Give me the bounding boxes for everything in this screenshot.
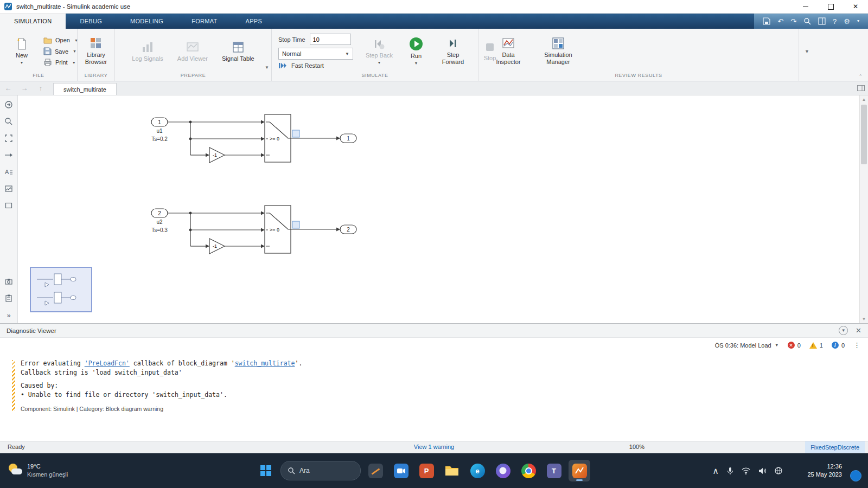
taskbar-app-chrome[interactable] xyxy=(518,460,539,481)
diagnostic-close-icon[interactable]: ✕ xyxy=(856,326,861,335)
weather-widget[interactable]: 19°C Kısmen güneşli xyxy=(5,453,71,488)
taskbar-app-edge[interactable]: e xyxy=(467,460,488,481)
diagnostic-menu-kebab-icon[interactable]: ⋮ xyxy=(853,341,860,349)
taskbar-app-teams[interactable]: T xyxy=(543,460,565,481)
model-tab[interactable]: switch_multirate xyxy=(53,83,117,95)
weather-icon xyxy=(9,464,23,478)
warning-squiggle-marker xyxy=(12,360,15,411)
taskbar-app-powerpoint[interactable]: P xyxy=(416,460,437,481)
tab-format[interactable]: FORMAT xyxy=(177,14,231,29)
data-inspector-button[interactable]: Data Inspector xyxy=(487,35,529,67)
scroll-up-icon[interactable]: ▲ xyxy=(860,95,868,104)
message-bullet: • Unable to find file or directory 'swit… xyxy=(21,390,857,400)
taskbar-clock[interactable]: 12:36 25 May 2023 xyxy=(807,453,842,488)
view-warning-link[interactable]: View 1 warning xyxy=(414,444,454,450)
subsystem-2[interactable]: 2 u2 Ts=0.3 -1 >= 0 2 xyxy=(151,206,356,254)
canvas-vertical-scrollbar[interactable]: ▲ ▼ xyxy=(859,95,868,323)
annotation-icon[interactable]: A xyxy=(4,167,14,177)
save-button[interactable]: Save ▼ xyxy=(41,47,80,56)
minimap-overview[interactable] xyxy=(30,267,92,312)
zoom-icon[interactable] xyxy=(4,117,14,126)
warning-filter-button[interactable]: 1 xyxy=(809,342,823,349)
signal-table-button[interactable]: Signal Table xyxy=(220,39,257,64)
add-viewer-button[interactable]: Add Viewer xyxy=(175,39,210,64)
solver-name[interactable]: FixedStepDiscrete xyxy=(805,441,865,453)
step-forward-button[interactable]: Step Forward xyxy=(436,35,470,67)
property-panel-toggle-icon[interactable] xyxy=(854,81,868,95)
step-back-button[interactable]: Step Back ▼ xyxy=(362,36,397,67)
nav-up-button[interactable]: ↑ xyxy=(33,81,49,95)
viewmark-camera-icon[interactable] xyxy=(4,277,14,286)
expand-palette-chevrons-icon[interactable]: » xyxy=(4,310,14,320)
layout-icon[interactable] xyxy=(818,17,826,25)
scrollbar-thumb[interactable] xyxy=(861,105,867,164)
svg-text:u2: u2 xyxy=(156,219,163,225)
viewmark-browser-icon[interactable] xyxy=(4,293,14,303)
taskbar-app-messenger[interactable] xyxy=(492,460,514,481)
tab-apps[interactable]: APPS xyxy=(232,14,277,29)
info-count: 0 xyxy=(841,342,845,349)
preloadfcn-link[interactable]: 'PreLoadFcn' xyxy=(85,359,130,367)
fast-restart-toggle[interactable]: Fast Restart xyxy=(278,62,353,69)
fit-to-view-icon[interactable] xyxy=(4,133,14,143)
model-canvas[interactable]: 1 u1 Ts=0.2 -1 >= 0 1 xyxy=(18,95,859,323)
search-icon[interactable] xyxy=(803,17,811,25)
taskbar-app-camera[interactable] xyxy=(390,460,412,481)
open-button[interactable]: Open ▼ xyxy=(41,36,80,44)
wifi-tray-icon[interactable] xyxy=(742,467,750,474)
start-button[interactable] xyxy=(255,460,277,481)
stop-time-input[interactable] xyxy=(310,34,351,45)
quickbar-dropdown-icon[interactable]: ▾ xyxy=(857,19,859,23)
svg-text:-1: -1 xyxy=(213,152,217,158)
diagnostic-viewer-header[interactable]: Diagnostic Viewer ▼ ✕ xyxy=(0,324,868,338)
taskbar-search-box[interactable]: Ara xyxy=(280,461,361,480)
run-button[interactable]: Run ▼ xyxy=(399,35,433,67)
new-button[interactable]: New ▼ xyxy=(4,36,39,67)
settings-gear-icon[interactable]: ⚙ xyxy=(844,18,850,25)
clock-time: 12:36 xyxy=(807,463,842,471)
simulation-manager-button[interactable]: Simulation Manager xyxy=(537,35,579,67)
ribbon-collapse-icon[interactable]: ⌃ xyxy=(858,74,863,79)
help-icon[interactable]: ? xyxy=(833,18,837,25)
taskbar-app-paint[interactable] xyxy=(365,460,386,481)
draw-area-icon[interactable] xyxy=(4,201,14,210)
microphone-tray-icon[interactable] xyxy=(727,467,733,475)
section-overflow: ▼ ⌃ xyxy=(799,29,868,81)
taskbar-app-explorer[interactable] xyxy=(441,460,463,481)
volume-tray-icon[interactable] xyxy=(758,467,767,474)
language-globe-tray-icon[interactable] xyxy=(775,467,782,474)
scroll-down-icon[interactable]: ▼ xyxy=(860,315,868,323)
more-tools-chevron-icon[interactable]: ▼ xyxy=(805,49,809,54)
diagnostic-stage-dropdown[interactable]: ÖS 0:36: Model Load ▼ xyxy=(715,342,779,349)
simulation-mode-select[interactable]: Normal ▼ xyxy=(278,48,353,60)
prepare-gallery-expand-icon[interactable]: ▼ xyxy=(265,65,269,70)
subsystem-1[interactable]: 1 u1 Ts=0.2 -1 >= 0 1 xyxy=(151,114,356,163)
signal-routing-icon[interactable] xyxy=(4,150,14,160)
diagnostic-collapse-icon[interactable]: ▼ xyxy=(839,326,848,335)
model-link[interactable]: switch_multirate xyxy=(235,359,295,367)
quick-save-icon[interactable] xyxy=(763,17,770,25)
tray-hidden-icons-chevron[interactable]: ∧ xyxy=(712,466,719,476)
print-button[interactable]: Print ▼ xyxy=(41,58,80,67)
library-browser-button[interactable]: Library Browser xyxy=(79,35,113,67)
enter-referenced-model-icon[interactable] xyxy=(4,100,14,110)
error-filter-button[interactable]: ✕ 0 xyxy=(788,342,801,349)
undo-icon[interactable]: ↶ xyxy=(777,18,783,25)
log-signals-button[interactable]: Log Signals xyxy=(130,39,165,64)
nav-forward-button[interactable]: → xyxy=(16,81,33,95)
nav-back-button[interactable]: ← xyxy=(0,81,16,95)
maximize-button[interactable] xyxy=(818,0,843,13)
redo-icon[interactable]: ↷ xyxy=(790,18,796,25)
notification-badge[interactable] xyxy=(850,470,861,481)
info-filter-button[interactable]: i 0 xyxy=(832,342,845,349)
section-library-label: LIBRARY xyxy=(78,72,114,81)
tab-modeling[interactable]: MODELING xyxy=(116,14,177,29)
switch-badge[interactable] xyxy=(292,221,299,228)
insert-image-icon[interactable] xyxy=(4,184,14,194)
close-button[interactable]: ✕ xyxy=(843,0,868,13)
minimize-button[interactable] xyxy=(793,0,818,13)
taskbar-app-matlab[interactable] xyxy=(569,460,590,481)
switch-badge[interactable] xyxy=(292,130,299,137)
tab-debug[interactable]: DEBUG xyxy=(66,14,116,29)
tab-simulation[interactable]: SIMULATION xyxy=(0,14,66,29)
